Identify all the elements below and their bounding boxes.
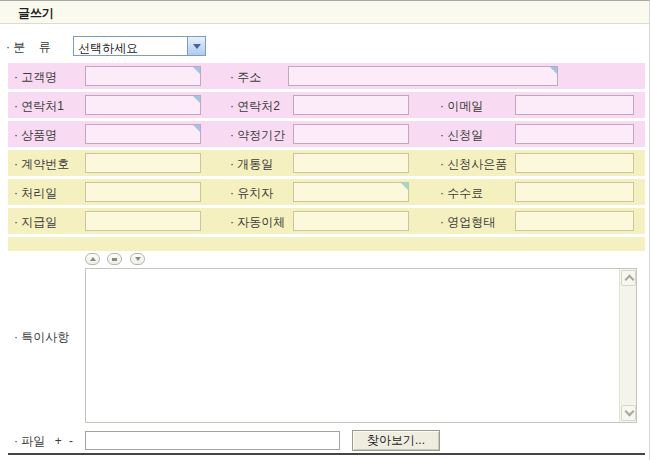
- address-label: · 주소: [230, 69, 261, 86]
- contract-no-label: · 계약번호: [14, 156, 69, 173]
- apply-date-field: [515, 124, 634, 144]
- form-row-product: · 상품명 · 약정기간 · 신청일: [8, 121, 645, 147]
- form-row-contract: · 계약번호 · 개통일 · 신청사은품: [8, 150, 645, 176]
- contact2-label: · 연락처2: [230, 98, 280, 115]
- textarea-shrink-button[interactable]: [85, 253, 100, 265]
- corner-fold-icon: [193, 125, 200, 132]
- category-label: · 분 류: [6, 39, 51, 56]
- form-row-contacts: · 연락처1 · 연락처2 · 이메일: [8, 92, 645, 118]
- recruiter-field: [293, 182, 409, 202]
- pay-date-input[interactable]: [85, 211, 201, 231]
- chevron-down-icon: [193, 44, 201, 49]
- minus-icon: [112, 258, 117, 261]
- open-date-input[interactable]: [293, 153, 409, 173]
- write-form-page: 글쓰기 · 분 류 선택하세요 · 고객명 · 주소 · 연락처1 · 연락처2: [0, 0, 650, 460]
- file-label: · 파일: [14, 434, 45, 448]
- term-label: · 약정기간: [230, 127, 285, 144]
- product-field: [85, 124, 201, 144]
- customer-input[interactable]: [85, 66, 201, 86]
- process-date-label: · 처리일: [14, 185, 57, 202]
- yellow-spacer-band: [8, 237, 645, 251]
- select-arrow-button[interactable]: [187, 37, 205, 55]
- file-row-label: · 파일 + -: [14, 433, 73, 450]
- form-row-payment: · 지급일 · 자동이체 · 영업형태: [8, 208, 645, 234]
- textarea-reset-button[interactable]: [107, 253, 122, 265]
- form-row-customer-address: · 고객명 · 주소: [8, 63, 645, 89]
- apply-date-label: · 신청일: [440, 127, 483, 144]
- contact2-field: [293, 95, 409, 115]
- auto-transfer-label: · 자동이체: [230, 214, 285, 231]
- pay-date-field: [85, 211, 201, 231]
- email-input[interactable]: [515, 95, 634, 115]
- biz-type-field: [515, 211, 634, 231]
- email-label: · 이메일: [440, 98, 483, 115]
- term-input[interactable]: [293, 124, 409, 144]
- contract-no-field: [85, 153, 201, 173]
- fee-field: [515, 182, 634, 202]
- textarea-scrollbar[interactable]: [619, 269, 636, 422]
- notes-textarea[interactable]: [85, 268, 637, 423]
- customer-field: [85, 66, 201, 86]
- gift-field: [515, 153, 634, 173]
- notes-label: · 특이사항: [14, 329, 69, 346]
- file-remove-button[interactable]: -: [69, 434, 73, 448]
- corner-fold-icon: [193, 67, 200, 74]
- email-field: [515, 95, 634, 115]
- auto-transfer-input[interactable]: [293, 211, 409, 231]
- textarea-grow-button[interactable]: [130, 253, 145, 265]
- contact1-input[interactable]: [85, 95, 201, 115]
- address-input[interactable]: [288, 66, 558, 86]
- page-header: 글쓰기: [0, 1, 649, 24]
- product-label: · 상품명: [14, 127, 57, 144]
- textarea-resize-buttons: [85, 253, 148, 266]
- biz-type-label: · 영업형태: [440, 214, 495, 231]
- fee-label: · 수수료: [440, 185, 483, 202]
- apply-date-input[interactable]: [515, 124, 634, 144]
- scroll-down-button[interactable]: [621, 405, 636, 421]
- auto-transfer-field: [293, 211, 409, 231]
- category-select[interactable]: 선택하세요: [73, 36, 206, 56]
- process-date-input[interactable]: [85, 182, 201, 202]
- triangle-up-icon: [90, 257, 96, 261]
- contact1-field: [85, 95, 201, 115]
- corner-fold-icon: [401, 183, 408, 190]
- fee-input[interactable]: [515, 182, 634, 202]
- category-select-value: 선택하세요: [78, 40, 138, 57]
- gift-input[interactable]: [515, 153, 634, 173]
- triangle-down-icon: [135, 257, 141, 261]
- form-row-process: · 처리일 · 유치자 · 수수료: [8, 179, 645, 205]
- term-field: [293, 124, 409, 144]
- corner-fold-icon: [193, 96, 200, 103]
- gift-label: · 신청사은품: [440, 156, 507, 173]
- category-row: · 분 류 선택하세요: [0, 33, 649, 59]
- pay-date-label: · 지급일: [14, 214, 57, 231]
- chevron-down-icon: [625, 407, 635, 417]
- browse-button[interactable]: 찾아보기...: [352, 430, 440, 451]
- chevron-up-icon: [625, 275, 635, 285]
- customer-label: · 고객명: [14, 69, 57, 86]
- corner-fold-icon: [550, 67, 557, 74]
- product-input[interactable]: [85, 124, 201, 144]
- page-title: 글쓰기: [18, 5, 54, 22]
- scroll-up-button[interactable]: [621, 270, 636, 286]
- file-path-input[interactable]: [85, 431, 340, 450]
- address-field: [288, 66, 558, 86]
- file-add-button[interactable]: +: [55, 434, 62, 448]
- open-date-label: · 개통일: [230, 156, 273, 173]
- contact2-input[interactable]: [293, 95, 409, 115]
- form-bottom-divider: [8, 453, 645, 455]
- process-date-field: [85, 182, 201, 202]
- contact1-label: · 연락처1: [14, 98, 64, 115]
- recruiter-label: · 유치자: [230, 185, 273, 202]
- recruiter-input[interactable]: [293, 182, 409, 202]
- contract-no-input[interactable]: [85, 153, 201, 173]
- open-date-field: [293, 153, 409, 173]
- biz-type-input[interactable]: [515, 211, 634, 231]
